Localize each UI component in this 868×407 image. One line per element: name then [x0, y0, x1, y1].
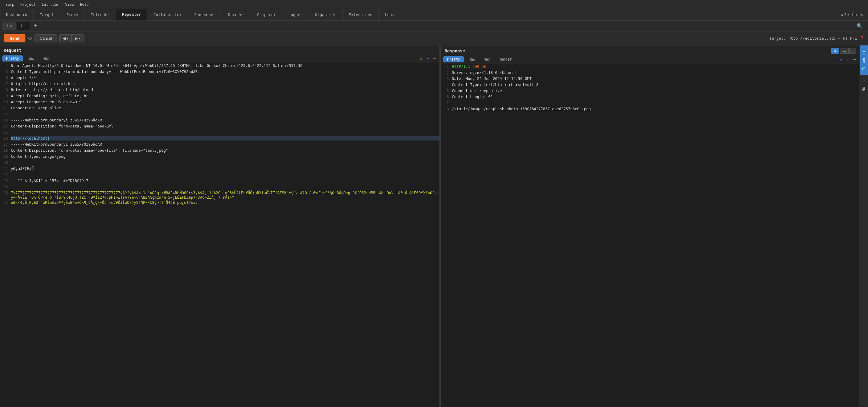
- notes-tab-label: Notes: [862, 80, 866, 91]
- request-tab-raw[interactable]: Raw: [24, 55, 38, 61]
- response-wrap-icon[interactable]: ⇌: [839, 56, 843, 62]
- tab-intruder[interactable]: Intruder: [85, 9, 116, 20]
- target-edit-icon[interactable]: ✏: [838, 36, 840, 40]
- nav-next-button[interactable]: ▶ ▾: [71, 34, 84, 42]
- response-line-3: 3 Date: Mon, 24 Jun 2024 12:14:50 GMT: [441, 76, 860, 82]
- menu-help[interactable]: Help: [77, 0, 92, 9]
- request-line-24: 24: [0, 184, 439, 190]
- doc-tab-1[interactable]: 1 ✕: [2, 22, 16, 30]
- tab-sequencer[interactable]: Sequencer: [188, 9, 222, 20]
- tab-collaborator[interactable]: Collaborator: [147, 9, 188, 20]
- tab-repeater[interactable]: Repeater: [116, 9, 147, 20]
- response-line-6: 6 Content-Length: 61: [441, 94, 860, 100]
- request-line-7: 7 Origin: http://editorial.htb: [0, 81, 439, 87]
- doc-tab-2-close[interactable]: ✕: [25, 24, 27, 28]
- doc-tab-2[interactable]: 2 ✕: [17, 22, 30, 30]
- disable-icon[interactable]: ⊘: [418, 55, 424, 61]
- request-line-18: 18 Content-Disposition: form-data; name=…: [0, 148, 439, 154]
- tab-target[interactable]: Target: [34, 9, 60, 20]
- tab-learn[interactable]: Learn: [379, 9, 403, 20]
- response-line-1: 1 HTTP/1.1 200 OK: [441, 64, 860, 70]
- target-info: Target: http://editorial.htb ✏ HTTP/1 ❓: [769, 36, 864, 40]
- tab-extensions[interactable]: Extensions: [343, 9, 379, 20]
- doc-tab-1-close[interactable]: ✕: [10, 24, 12, 28]
- response-panel-header: Response ▦ ▬ ▪: [441, 46, 860, 55]
- settings-label: Settings: [844, 12, 863, 17]
- inspector-tab[interactable]: Inspector: [860, 46, 868, 75]
- settings-tab[interactable]: ⚙ Settings: [836, 9, 868, 20]
- response-more-icon[interactable]: ⋯: [852, 56, 857, 62]
- add-tab-button[interactable]: +: [31, 23, 40, 29]
- tab-decoder[interactable]: Decoder: [222, 9, 251, 20]
- response-title: Response: [444, 49, 465, 53]
- http-version-help-icon[interactable]: ❓: [860, 36, 864, 40]
- nav-prev-button[interactable]: ◀ ▾: [59, 34, 71, 42]
- request-line-23: 23 "" $(4,$&1'-=-157:::#+?D?8C49:7: [0, 178, 439, 184]
- response-tab-raw[interactable]: Raw: [465, 56, 479, 62]
- request-line-27: 27 øB<(4yÊ¸PÿE2°°åKÊwði9ª³¿ÈàB*èvÖk¶_ðÅ¿…: [0, 200, 439, 206]
- response-line-7: 7: [441, 100, 860, 106]
- cancel-button[interactable]: Cancel: [34, 34, 57, 42]
- menu-burp[interactable]: Burp: [2, 0, 17, 9]
- request-line-4: 4 User-Agent: Mozilla/5.0 (Windows NT 10…: [0, 63, 439, 69]
- view-toggle: ▦ ▬ ▪: [831, 48, 856, 54]
- response-tab-render[interactable]: Render: [495, 56, 516, 62]
- request-line-11: 11 Connection: keep-alive: [0, 106, 439, 111]
- response-line-8: 8 /static/images/unsplash_photo_16307342…: [441, 106, 860, 112]
- response-line-4: 4 Content-Type: text/html; charset=utf-8: [441, 82, 860, 88]
- request-line-21: 21 ÿØÿàJFIFÿÛ: [0, 166, 439, 172]
- view-btn-3[interactable]: ▪: [849, 48, 856, 54]
- request-line-17: 17 ------WebKitFormBoundaryiTz0w5XY0Z95h…: [0, 142, 439, 148]
- nav-bar: Dashboard Target Proxy Intruder Repeater…: [0, 9, 868, 21]
- request-line-26: 26 7%77777777777777777777777777777777777…: [0, 190, 439, 200]
- request-code-area[interactable]: 4 User-Agent: Mozilla/5.0 (Windows NT 10…: [0, 63, 439, 407]
- menu-view[interactable]: View: [62, 0, 77, 9]
- request-line-16: 16 http://localhost|: [0, 136, 439, 142]
- request-line-13: 13 ------WebKitFormBoundaryiTz0w5XY0Z95h…: [0, 117, 439, 123]
- tab-logger[interactable]: Logger: [282, 9, 309, 20]
- menu-intruder[interactable]: Intruder: [38, 0, 62, 9]
- request-line-8: 8 Referer: http://editorial.htb/upload: [0, 87, 439, 93]
- menu-project[interactable]: Project: [17, 0, 39, 9]
- main-content: Request Pretty Raw Hex ⊘ ⇌ ⋯ 4 User-Agen…: [0, 46, 868, 407]
- response-tab-hex[interactable]: Hex: [480, 56, 494, 62]
- request-panel-tabs: Pretty Raw Hex ⊘ ⇌ ⋯: [0, 54, 439, 63]
- doc-tab-2-label: 2: [21, 24, 23, 28]
- response-tab-pretty[interactable]: Pretty: [443, 56, 464, 62]
- search-icon[interactable]: 🔍: [854, 23, 866, 29]
- request-line-15: 15: [0, 129, 439, 136]
- request-panel-icons: ⊘ ⇌ ⋯: [418, 55, 437, 61]
- response-line-2: 2 Server: nginx/1.18.0 (Ubuntu): [441, 70, 860, 76]
- response-code-area[interactable]: 1 HTTP/1.1 200 OK 2 Server: nginx/1.18.0…: [441, 64, 860, 407]
- tab-dashboard[interactable]: Dashboard: [0, 9, 34, 20]
- toolbar-settings-icon[interactable]: ⚙: [28, 35, 32, 41]
- doc-tabs-row: 1 ✕ 2 ✕ + 🔍: [0, 21, 868, 31]
- target-url: http://editorial.htb: [788, 36, 836, 40]
- wrap-icon[interactable]: ⇌: [425, 55, 430, 61]
- response-indent-icon[interactable]: ↵: [845, 56, 850, 62]
- tab-proxy[interactable]: Proxy: [60, 9, 85, 20]
- request-tab-hex[interactable]: Hex: [39, 55, 53, 61]
- tab-organizer[interactable]: Organizer: [309, 9, 343, 20]
- toolbar: Send ⚙ Cancel ◀ ▾ ▶ ▾ Target: http://edi…: [0, 31, 868, 46]
- request-line-5: 5 Content-Type: multipart/form-data; bou…: [0, 69, 439, 75]
- settings-icon: ⚙: [841, 12, 843, 17]
- more-icon[interactable]: ⋯: [432, 55, 437, 61]
- request-line-20: 20: [0, 160, 439, 166]
- request-panel-header: Request: [0, 46, 439, 54]
- request-panel: Request Pretty Raw Hex ⊘ ⇌ ⋯ 4 User-Agen…: [0, 46, 440, 407]
- target-label: Target:: [769, 36, 786, 40]
- view-btn-2[interactable]: ▬: [840, 48, 849, 54]
- request-title: Request: [4, 48, 22, 53]
- request-line-9: 9 Accept-Encoding: gzip, deflate, br: [0, 93, 439, 99]
- request-line-10: 10 Accept-Language: en-US,en;q=0.9: [0, 99, 439, 106]
- view-btn-1[interactable]: ▦: [831, 48, 839, 54]
- request-line-14: 14 Content-Disposition: form-data; name=…: [0, 123, 439, 129]
- tab-comparer[interactable]: Comparer: [251, 9, 282, 20]
- send-button[interactable]: Send: [4, 34, 25, 42]
- request-line-19: 19 Content-Type: image/jpeg: [0, 154, 439, 160]
- request-line-22: 22: [0, 172, 439, 178]
- request-line-12: 12: [0, 111, 439, 117]
- notes-tab[interactable]: Notes: [860, 76, 868, 96]
- request-tab-pretty[interactable]: Pretty: [2, 55, 23, 61]
